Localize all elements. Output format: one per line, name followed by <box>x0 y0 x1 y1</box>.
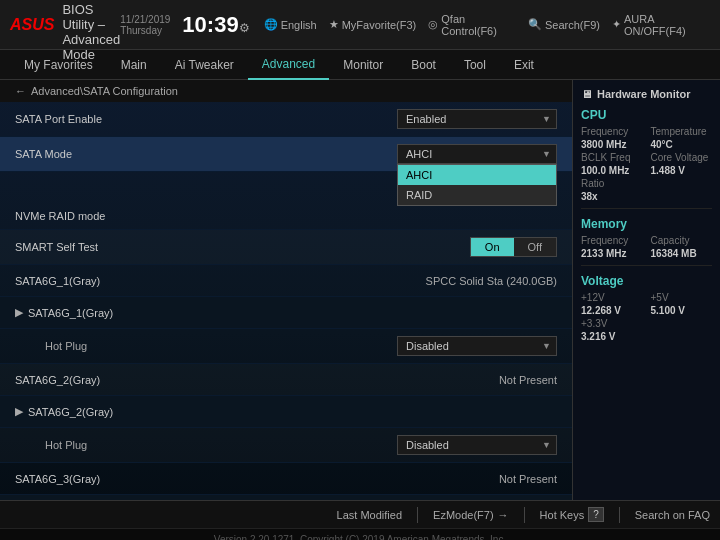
nav-tool[interactable]: Tool <box>450 50 500 80</box>
sata-port-enable-value: Enabled <box>377 109 557 129</box>
footer: Version 2.20.1271. Copyright (C) 2019 Am… <box>0 528 720 540</box>
nav-bar: My Favorites Main Ai Tweaker Advanced Mo… <box>0 50 720 80</box>
sata6g1-prefix: ▶ <box>15 306 23 319</box>
hot-keys-btn[interactable]: Hot Keys ? <box>540 507 604 522</box>
toggle-on[interactable]: On <box>471 238 514 256</box>
mem-freq-value: 2133 MHz <box>581 248 643 259</box>
hot-plug-1-dropdown: Disabled <box>397 336 557 356</box>
sata-mode-btn[interactable]: AHCI <box>397 144 557 164</box>
fan-icon: ◎ <box>428 18 438 31</box>
ez-mode-arrow: → <box>498 509 509 521</box>
hot-keys-key: ? <box>588 507 604 522</box>
nav-boot[interactable]: Boot <box>397 50 450 80</box>
sata6g1-section-label: SATA6G_1(Gray) <box>28 307 557 319</box>
cpu-temp-value: 40°C <box>651 139 713 150</box>
qfan-label: Qfan Control(F6) <box>441 13 516 37</box>
last-modified-btn[interactable]: Last Modified <box>337 509 402 521</box>
sata-port-enable-label: SATA Port Enable <box>15 113 377 125</box>
nav-main[interactable]: Main <box>107 50 161 80</box>
sata-port-enable-btn[interactable]: Enabled <box>397 109 557 129</box>
sata6g1-info-row: SATA6G_1(Gray) SPCC Solid Sta (240.0GB) <box>0 265 572 297</box>
bottom-divider-1 <box>417 507 418 523</box>
search-label: Search(F9) <box>545 19 600 31</box>
hot-plug-2-dropdown: Disabled <box>397 435 557 455</box>
nav-advanced[interactable]: Advanced <box>248 50 329 80</box>
hot-plug-2-value: Disabled <box>377 435 557 455</box>
bottom-divider-2 <box>524 507 525 523</box>
cpu-ratio-spacer <box>651 178 713 189</box>
sata6g1-device: SPCC Solid Sta (240.0GB) <box>426 275 557 287</box>
bottom-divider-3 <box>619 507 620 523</box>
sata6g3-section-row[interactable]: ▶ SATA6G 3(Gray) <box>0 495 572 500</box>
my-favorite-button[interactable]: ★ MyFavorite(F3) <box>329 18 417 31</box>
sata6g1-info-label: SATA6G_1(Gray) <box>15 275 377 287</box>
left-panel: ← Advanced\SATA Configuration SATA Port … <box>0 80 572 500</box>
sata6g2-info-value: Not Present <box>377 374 557 386</box>
nav-my-favorites[interactable]: My Favorites <box>10 50 107 80</box>
hot-keys-label: Hot Keys <box>540 509 585 521</box>
v5-label: +5V <box>651 292 713 303</box>
back-arrow[interactable]: ← <box>15 85 26 97</box>
aura-label: AURA ON/OFF(F4) <box>624 13 710 37</box>
nav-monitor[interactable]: Monitor <box>329 50 397 80</box>
nav-exit[interactable]: Exit <box>500 50 548 80</box>
v33-value: 3.216 V <box>581 331 643 342</box>
aura-button[interactable]: ✦ AURA ON/OFF(F4) <box>612 13 710 37</box>
qfan-button[interactable]: ◎ Qfan Control(F6) <box>428 13 516 37</box>
cpu-divider <box>581 208 712 209</box>
search-faq-btn[interactable]: Search on FAQ <box>635 509 710 521</box>
sata6g3-info-label: SATA6G_3(Gray) <box>15 473 377 485</box>
time-display: 10:39 <box>182 14 238 36</box>
hot-plug-2-label: Hot Plug <box>30 439 377 451</box>
cpu-temp-label: Temperature <box>651 126 713 137</box>
asus-logo: ASUS <box>10 16 54 34</box>
ez-mode-btn[interactable]: EzMode(F7) → <box>433 509 509 521</box>
search-faq-label: Search on FAQ <box>635 509 710 521</box>
myfavorite-label: MyFavorite(F3) <box>342 19 417 31</box>
cpu-core-voltage-label: Core Voltage <box>651 152 713 163</box>
sata6g2-info-row: SATA6G_2(Gray) Not Present <box>0 364 572 396</box>
memory-divider <box>581 265 712 266</box>
smart-self-test-label: SMART Self Test <box>15 241 377 253</box>
cpu-core-voltage-value: 1.488 V <box>651 165 713 176</box>
hot-plug-2-btn[interactable]: Disabled <box>397 435 557 455</box>
cpu-ratio-value: 38x <box>581 191 643 202</box>
sata6g2-prefix: ▶ <box>15 405 23 418</box>
dropdown-option-ahci[interactable]: AHCI <box>398 165 556 185</box>
sata6g3-device: Not Present <box>499 473 557 485</box>
smart-self-test-row: SMART Self Test On Off <box>0 230 572 265</box>
memory-section-title: Memory <box>581 217 712 231</box>
settings-icon[interactable]: ⚙ <box>239 21 250 35</box>
hot-plug-1-btn[interactable]: Disabled <box>397 336 557 356</box>
sata6g2-info-label: SATA6G_2(Gray) <box>15 374 377 386</box>
sata6g3-info-value: Not Present <box>377 473 557 485</box>
nvme-raid-label: NVMe RAID mode <box>15 210 377 222</box>
sata6g2-section-row[interactable]: ▶ SATA6G_2(Gray) <box>0 396 572 428</box>
last-modified-label: Last Modified <box>337 509 402 521</box>
hw-monitor-label: Hardware Monitor <box>597 88 691 100</box>
hot-plug-1-label: Hot Plug <box>30 340 377 352</box>
v5-value: 5.100 V <box>651 305 713 316</box>
sata-port-enable-row: SATA Port Enable Enabled <box>0 102 572 137</box>
date-display: 11/21/2019 <box>120 14 170 25</box>
voltage-grid: +12V +5V 12.268 V 5.100 V +3.3V 3.216 V <box>581 292 712 342</box>
mem-freq-label: Frequency <box>581 235 643 246</box>
language-button[interactable]: 🌐 English <box>264 18 317 31</box>
toggle-off[interactable]: Off <box>514 238 556 256</box>
sata6g1-section-row[interactable]: ▶ SATA6G_1(Gray) <box>0 297 572 329</box>
mem-cap-value: 16384 MB <box>651 248 713 259</box>
nav-ai-tweaker[interactable]: Ai Tweaker <box>161 50 248 80</box>
cpu-grid: Frequency Temperature 3800 MHz 40°C BCLK… <box>581 126 712 202</box>
cpu-bclk-value: 100.0 MHz <box>581 165 643 176</box>
hot-plug-1-value: Disabled <box>377 336 557 356</box>
sata-mode-dropdown-menu: AHCI RAID <box>397 164 557 206</box>
search-button[interactable]: 🔍 Search(F9) <box>528 18 600 31</box>
hot-plug-1-row: Hot Plug Disabled <box>0 329 572 364</box>
mem-cap-label: Capacity <box>651 235 713 246</box>
voltage-section-title: Voltage <box>581 274 712 288</box>
v33-label: +3.3V <box>581 318 643 329</box>
sata-mode-row: SATA Mode AHCI AHCI RAID <box>0 137 572 172</box>
sata-port-enable-dropdown: Enabled <box>397 109 557 129</box>
sata-mode-label: SATA Mode <box>15 148 377 160</box>
dropdown-option-raid[interactable]: RAID <box>398 185 556 205</box>
